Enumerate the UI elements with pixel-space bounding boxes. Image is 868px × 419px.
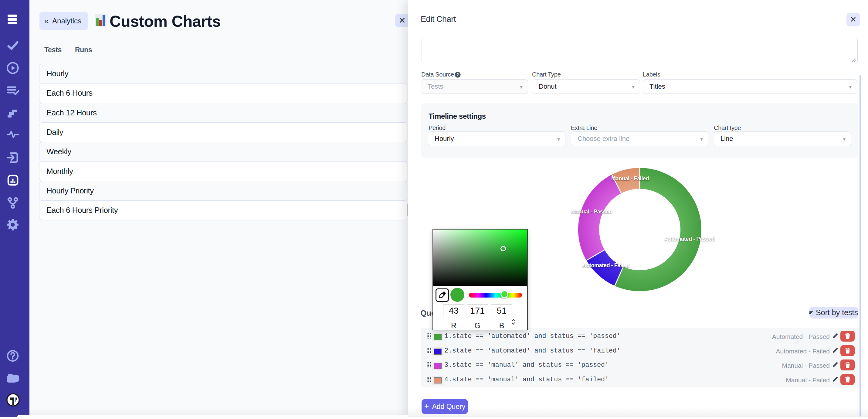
svg-text:?: ?	[457, 72, 459, 77]
